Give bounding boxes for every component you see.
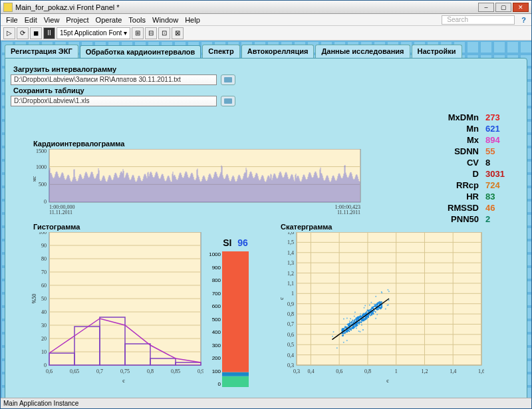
- svg-text:70: 70: [41, 269, 47, 275]
- load-path-field[interactable]: D:\Dropbox\Labview\Записи RR\Алпатов 30.…: [11, 74, 217, 85]
- svg-point-479: [346, 340, 348, 341]
- svg-text:0,4: 0,4: [287, 352, 294, 358]
- browse-save-button[interactable]: [221, 96, 235, 106]
- svg-point-488: [343, 342, 344, 343]
- svg-point-477: [374, 304, 375, 305]
- svg-rect-52: [222, 251, 249, 372]
- close-button[interactable]: ✕: [513, 3, 529, 12]
- svg-point-510: [388, 291, 390, 292]
- stat-value-RMSSD: 46: [485, 202, 515, 213]
- reorder-button[interactable]: ⊠: [172, 27, 184, 39]
- svg-point-487: [364, 305, 366, 307]
- svg-point-475: [372, 308, 374, 309]
- tabstrip: Регистрация ЭКГ Обработка кардиоинтервал…: [5, 45, 527, 58]
- intervalogram-plot[interactable]: 1500 1000 500 0 мс 1:00:00,00011.11.2011…: [31, 149, 363, 215]
- svg-text:0,7: 0,7: [287, 321, 294, 327]
- tab-settings[interactable]: Настройки: [412, 45, 462, 58]
- svg-point-463: [381, 307, 382, 308]
- svg-text:0,8: 0,8: [287, 311, 294, 317]
- svg-point-460: [344, 332, 345, 333]
- si-gauge[interactable]: [222, 251, 249, 387]
- svg-point-430: [356, 323, 357, 325]
- menu-operate[interactable]: Operate: [93, 16, 125, 24]
- search-input[interactable]: Search: [442, 15, 515, 25]
- svg-text:0,4: 0,4: [307, 368, 314, 374]
- svg-point-516: [352, 319, 353, 321]
- menu-project[interactable]: Project: [63, 16, 91, 24]
- svg-text:0,8: 0,8: [147, 368, 154, 374]
- svg-text:0,8: 0,8: [364, 368, 371, 374]
- pause-button[interactable]: II: [43, 27, 55, 39]
- svg-point-472: [362, 321, 363, 322]
- menu-tools[interactable]: Tools: [126, 16, 148, 24]
- menu-edit[interactable]: Edit: [22, 16, 40, 24]
- tab-data[interactable]: Данные исследования: [315, 45, 410, 58]
- load-label: Загрузить интервалограмму: [13, 65, 521, 73]
- tab-autocorr[interactable]: Автокорелляция: [241, 45, 315, 58]
- svg-point-438: [376, 304, 377, 305]
- distribute-button[interactable]: ⊟: [145, 27, 157, 39]
- tab-spectrum[interactable]: Спектр: [202, 45, 239, 58]
- histogram-title: Гистограмма: [33, 223, 203, 231]
- stat-label-HR: HR: [439, 191, 479, 202]
- help-icon[interactable]: ?: [519, 16, 529, 24]
- si-value: 96: [237, 237, 248, 248]
- menu-view[interactable]: View: [41, 16, 63, 24]
- svg-text:1,1: 1,1: [287, 281, 294, 287]
- svg-point-444: [352, 325, 354, 327]
- svg-point-493: [375, 318, 376, 319]
- tab-processing[interactable]: Обработка кардиоинтервалов: [80, 45, 201, 59]
- svg-text:1,6: 1,6: [478, 368, 484, 374]
- scatter-plot[interactable]: 0,30,40,50,60,70,80,911,11,21,31,41,51,6…: [278, 232, 484, 385]
- stat-value-SDNN: 55: [485, 146, 515, 157]
- menu-window[interactable]: Window: [150, 16, 181, 24]
- svg-point-275: [354, 321, 355, 322]
- svg-text:0: 0: [44, 199, 47, 205]
- svg-point-495: [381, 291, 382, 293]
- svg-point-497: [387, 305, 388, 306]
- svg-point-511: [336, 347, 338, 348]
- stat-label-Mx: Mx: [439, 134, 479, 146]
- intervalogram-section: Кардиоинтервалограмма 1500 1000 500 0 мс…: [31, 138, 363, 218]
- scatter-title: Скатерграмма: [281, 223, 484, 231]
- svg-text:10: 10: [41, 349, 47, 355]
- menu-file[interactable]: File: [3, 16, 21, 24]
- stat-label-Mn: Mn: [439, 123, 479, 134]
- scatter-section: Скатерграмма 0,30,40,50,60,70,80,911,11,…: [278, 221, 484, 388]
- svg-point-330: [342, 335, 343, 337]
- run-button[interactable]: ▷: [3, 27, 15, 39]
- stat-label-RRcp: RRcp: [439, 180, 479, 191]
- align-button[interactable]: ⊞: [132, 27, 144, 39]
- save-label: Сохранить таблицу: [13, 86, 521, 94]
- app-icon: [3, 3, 13, 12]
- svg-point-446: [355, 326, 356, 327]
- stat-value-Mn: 621: [485, 123, 515, 134]
- svg-point-443: [360, 315, 361, 317]
- svg-text:11.11.2011: 11.11.2011: [49, 209, 72, 215]
- maximize-button[interactable]: ▢: [495, 3, 511, 12]
- svg-point-455: [352, 322, 354, 323]
- svg-text:100: 100: [39, 232, 47, 235]
- svg-text:0,75: 0,75: [120, 368, 130, 374]
- svg-point-464: [368, 310, 369, 311]
- main-panel: Загрузить интервалограмму D:\Dropbox\Lab…: [5, 58, 527, 408]
- histogram-plot[interactable]: 0102030405060708090100 0,60,650,70,750,8…: [31, 232, 203, 385]
- toolbar: ▷ ⟳ ◼ II 15pt Application Font ▾ ⊞ ⊟ ⊡ ⊠: [1, 26, 531, 41]
- menu-help[interactable]: Help: [182, 16, 203, 24]
- save-path-field[interactable]: D:\Dropbox\Labview\1.xls: [11, 96, 217, 106]
- abort-button[interactable]: ◼: [30, 27, 42, 39]
- svg-point-483: [332, 336, 333, 337]
- tab-ecg[interactable]: Регистрация ЭКГ: [5, 45, 78, 58]
- browse-load-button[interactable]: [221, 74, 235, 85]
- font-selector[interactable]: 15pt Application Font ▾: [57, 27, 130, 39]
- titlebar[interactable]: Main_for_pokaz.vi Front Panel * – ▢ ✕: [1, 1, 531, 14]
- run-cont-button[interactable]: ⟳: [17, 27, 29, 39]
- svg-point-389: [377, 303, 378, 304]
- svg-point-507: [346, 317, 348, 319]
- svg-point-420: [344, 327, 346, 329]
- stat-label-MxDMn: MxDMn: [439, 112, 479, 123]
- minimize-button[interactable]: –: [478, 3, 494, 12]
- resize-button[interactable]: ⊡: [158, 27, 170, 39]
- svg-point-448: [371, 313, 372, 315]
- svg-point-372: [358, 322, 359, 323]
